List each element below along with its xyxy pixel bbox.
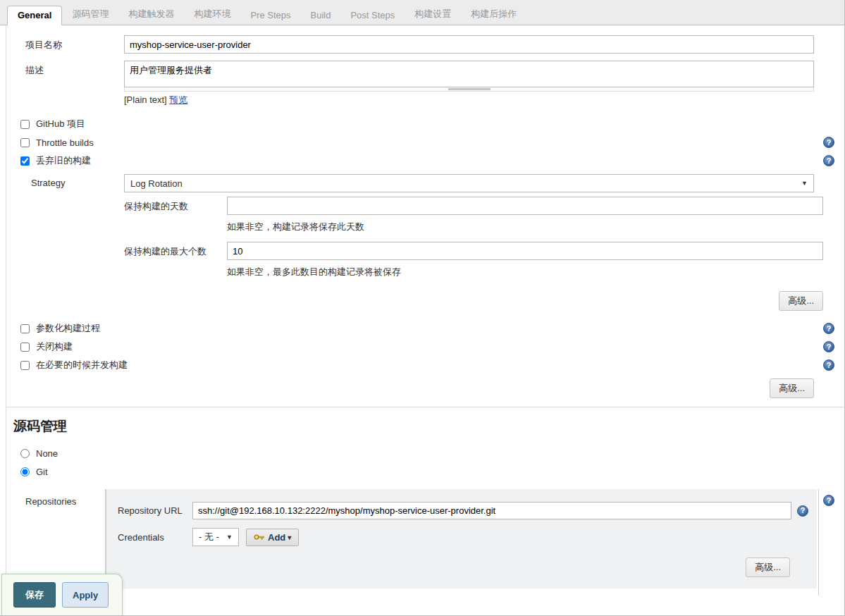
chevron-down-icon: ▼ [801, 180, 808, 187]
config-tabbar: General 源码管理 构建触发器 构建环境 Pre Steps Build … [0, 0, 844, 25]
parameterized-build-label: 参数化构建过程 [36, 322, 100, 335]
tab-post-build-actions[interactable]: 构建后操作 [461, 4, 526, 25]
scm-none-radio[interactable] [20, 449, 30, 458]
help-icon[interactable]: ? [823, 341, 834, 352]
scm-git-label: Git [36, 467, 48, 477]
description-label: 描述 [25, 61, 124, 77]
days-to-keep-row: 保持构建的天数 [124, 197, 823, 215]
credentials-row: Credentials - 无 - ▼ Add ▾ [118, 528, 808, 546]
repository-url-input[interactable] [192, 502, 791, 519]
apply-button[interactable]: Apply [62, 582, 109, 608]
disable-build-row: 关闭构建 ? [6, 338, 844, 356]
log-rotation-options: 保持构建的天数 如果非空，构建记录将保存此天数 保持构建的最大个数 如果非空，最… [124, 197, 844, 311]
help-icon[interactable]: ? [823, 323, 834, 334]
project-name-row: 项目名称 [6, 35, 844, 54]
add-credentials-button[interactable]: Add ▾ [246, 529, 299, 546]
tab-build-environment[interactable]: 构建环境 [184, 4, 240, 25]
description-mode-note: [Plain text] [124, 94, 167, 105]
throttle-builds-label: Throttle builds [36, 137, 94, 148]
credentials-select[interactable]: - 无 - ▼ [192, 528, 239, 546]
chevron-down-icon: ▾ [288, 534, 291, 541]
strategy-select[interactable]: Log Rotation ▼ [124, 174, 814, 192]
disable-build-label: 关闭构建 [36, 340, 73, 353]
repository-url-label: Repository URL [118, 505, 192, 516]
days-to-keep-label: 保持构建的天数 [124, 197, 227, 213]
repository-advanced-row: 高级... [118, 558, 808, 577]
disable-build-checkbox[interactable] [20, 343, 30, 352]
discard-old-builds-checkbox[interactable] [20, 156, 30, 166]
bottom-save-bar: 保存 Apply [1, 574, 123, 615]
description-preview-line: [Plain text] 预览 [124, 94, 814, 106]
max-builds-row: 保持构建的最大个数 [124, 242, 823, 260]
throttle-builds-checkbox[interactable] [20, 138, 30, 147]
key-icon [254, 534, 264, 541]
resize-grip-icon [448, 88, 491, 90]
strategy-selected-value: Log Rotation [130, 178, 801, 189]
section-divider [6, 407, 844, 407]
concurrent-build-checkbox[interactable] [20, 361, 30, 370]
help-icon[interactable]: ? [823, 359, 834, 371]
scm-section-title: 源码管理 [13, 417, 844, 436]
help-icon[interactable]: ? [823, 155, 834, 166]
tab-build[interactable]: Build [301, 6, 341, 25]
advanced-button[interactable]: 高级... [779, 291, 823, 311]
strategy-label: Strategy [25, 174, 124, 188]
repository-url-row: Repository URL ? [118, 502, 808, 519]
section-right-border [818, 489, 819, 596]
max-builds-input[interactable] [227, 242, 823, 260]
strategy-row: Strategy Log Rotation ▼ [6, 174, 844, 192]
days-to-keep-help-text: 如果非空，构建记录将保存此天数 [227, 216, 823, 242]
days-to-keep-input[interactable] [227, 197, 823, 215]
project-name-input[interactable] [124, 35, 814, 54]
repositories-section: Repositories Repository URL ? Credential… [6, 489, 844, 589]
repository-panel: Repository URL ? Credentials - 无 - ▼ [105, 489, 817, 589]
concurrent-build-label: 在必要的时候并发构建 [36, 359, 128, 371]
advanced-button[interactable]: 高级... [770, 378, 814, 398]
preview-link[interactable]: 预览 [169, 94, 187, 105]
concurrent-build-row: 在必要的时候并发构建 ? [6, 356, 844, 374]
scm-git-row: Git [6, 462, 844, 481]
tab-post-steps[interactable]: Post Steps [340, 6, 405, 25]
scm-none-label: None [36, 448, 58, 459]
discard-old-builds-row: 丢弃旧的构建 ? [6, 152, 844, 170]
jenkins-config-page: General 源码管理 构建触发器 构建环境 Pre Steps Build … [0, 0, 845, 616]
credentials-selected-value: - 无 - [199, 531, 226, 543]
project-name-label: 项目名称 [25, 35, 124, 51]
parameterized-build-row: 参数化构建过程 ? [6, 319, 844, 338]
tab-pre-steps[interactable]: Pre Steps [240, 6, 300, 25]
help-icon[interactable]: ? [797, 505, 808, 517]
help-icon[interactable]: ? [823, 495, 834, 506]
credentials-label: Credentials [118, 532, 192, 543]
tab-build-triggers[interactable]: 构建触发器 [118, 4, 184, 25]
throttle-builds-row: Throttle builds ? [6, 133, 844, 152]
max-builds-label: 保持构建的最大个数 [124, 242, 227, 258]
help-icon[interactable]: ? [823, 137, 834, 148]
textarea-resize-handle[interactable] [124, 87, 814, 92]
add-button-label: Add [268, 532, 285, 543]
scm-git-radio[interactable] [20, 467, 30, 476]
description-row: 描述 用户管理服务提供者 [6, 61, 844, 92]
tab-source-code-management[interactable]: 源码管理 [62, 4, 118, 25]
chevron-down-icon: ▼ [226, 534, 233, 541]
log-rotation-advanced-row: 高级... [124, 291, 823, 311]
parameterized-build-checkbox[interactable] [20, 324, 30, 333]
tab-general[interactable]: General [7, 6, 62, 25]
github-project-checkbox[interactable] [20, 120, 30, 129]
description-textarea[interactable]: 用户管理服务提供者 [124, 61, 814, 87]
max-builds-help-text: 如果非空，最多此数目的构建记录将被保存 [227, 261, 823, 287]
scm-none-row: None [6, 444, 844, 462]
advanced-button[interactable]: 高级... [746, 558, 790, 577]
discard-old-builds-label: 丢弃旧的构建 [36, 154, 91, 167]
github-project-row: GitHub 项目 [6, 115, 844, 133]
general-advanced-row: 高级... [6, 378, 844, 398]
description-area-wrap: 用户管理服务提供者 [124, 61, 814, 92]
tab-build-settings[interactable]: 构建设置 [405, 4, 461, 25]
config-form: 项目名称 描述 用户管理服务提供者 [Plain text] 预览 GitHub… [6, 25, 844, 616]
github-project-label: GitHub 项目 [36, 118, 85, 130]
save-button[interactable]: 保存 [13, 582, 56, 608]
